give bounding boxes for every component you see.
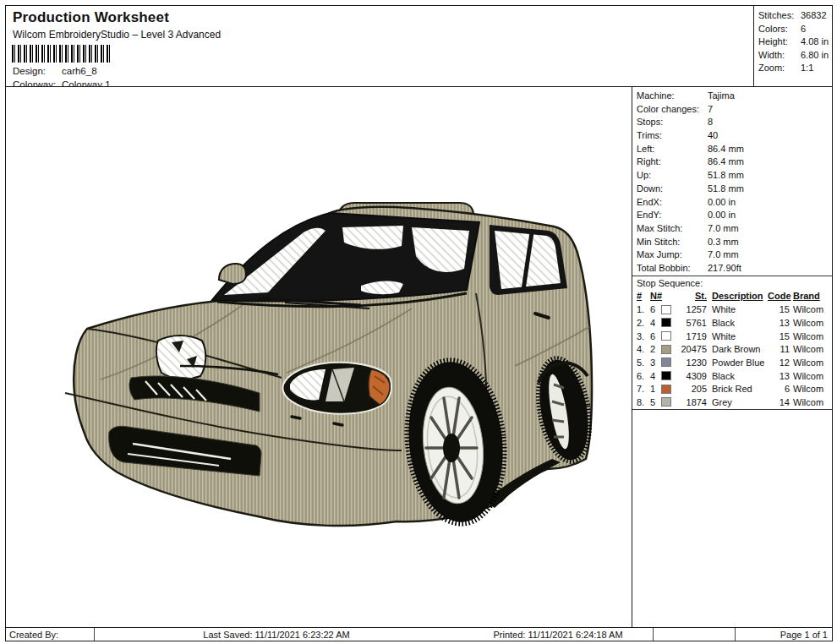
info-value: 51.8 mm (708, 170, 744, 180)
col-needle: N# (650, 291, 661, 301)
thread-color-swatch (661, 305, 671, 314)
info-value: 8 (708, 117, 713, 127)
info-label: Max Jump: (637, 248, 708, 262)
seq-description: White (712, 304, 768, 314)
stop-sequence-row: 8.51874Grey14Wilcom (632, 396, 832, 409)
stop-sequence-row: 5.31230Powder Blue12Wilcom (632, 356, 832, 369)
header-box: Production Worksheet Wilcom EmbroiderySt… (5, 5, 833, 88)
seq-needle: 1 (650, 384, 661, 394)
seq-description: Dark Brown (712, 344, 768, 354)
info-value: 86.4 mm (708, 144, 744, 154)
stop-sequence-title: Stop Sequence: (632, 276, 832, 290)
summary-stats-box: Stitches:36832 Colors:6 Height:4.08 in W… (753, 5, 833, 88)
info-value: 40 (708, 130, 718, 140)
info-label: Max Stitch: (637, 222, 708, 236)
seq-code: 14 (768, 397, 790, 407)
seq-stitches: 20475 (675, 344, 707, 354)
seq-brand: Wilcom (793, 318, 828, 328)
info-row: Color changes:7 (632, 103, 832, 117)
car-artwork-svg (6, 87, 632, 627)
last-saved-timestamp: Last Saved: 11/11/2021 6:23:22 AM (203, 629, 349, 641)
info-row: EndY:0.00 in (632, 209, 832, 222)
col-description: Description (712, 291, 768, 301)
info-label: Down: (637, 183, 708, 196)
seq-brand: Wilcom (793, 304, 828, 314)
info-value: Tajima (708, 90, 735, 101)
seq-code: 15 (768, 304, 790, 314)
seq-brand: Wilcom (793, 384, 828, 394)
seq-description: Grey (712, 397, 768, 407)
thread-color-swatch (661, 345, 671, 354)
info-row: Min Stitch:0.3 mm (632, 236, 832, 249)
seq-code: 6 (768, 384, 790, 394)
seq-code: 13 (768, 318, 790, 328)
seq-num: 4. (637, 344, 650, 354)
app-subtitle: Wilcom EmbroideryStudio – Level 3 Advanc… (13, 29, 221, 41)
design-value: carh6_8 (62, 66, 97, 76)
stat-value: 1:1 (801, 63, 813, 73)
footer-divider (653, 628, 654, 641)
info-value: 217.90ft (708, 263, 741, 273)
seq-brand: Wilcom (793, 371, 828, 381)
thread-color-swatch (661, 331, 671, 341)
info-value: 0.00 in (708, 197, 736, 207)
seq-num: 8. (637, 397, 650, 407)
printed-timestamp: Printed: 11/11/2021 6:24:18 AM (493, 629, 622, 641)
page-number: Page 1 of 1 (780, 629, 828, 641)
col-num: # (637, 291, 650, 301)
info-label: Stops: (637, 116, 708, 129)
col-brand: Brand (793, 291, 828, 301)
stat-row: Height:4.08 in (754, 35, 832, 49)
seq-description: Black (712, 318, 768, 328)
info-value: 7 (708, 104, 713, 114)
seq-stitches: 1874 (675, 397, 707, 407)
stat-label: Height: (758, 35, 801, 49)
info-label: EndX: (637, 196, 708, 210)
stop-sequence-row: 1.61257White15Wilcom (632, 303, 832, 316)
seq-stitches: 4309 (675, 371, 707, 381)
seq-stitches: 1719 (675, 331, 707, 341)
seq-num: 6. (637, 371, 650, 381)
seq-code: 15 (768, 331, 790, 341)
info-label: Right: (637, 156, 708, 169)
info-label: Machine: (637, 90, 708, 103)
page-title: Production Worksheet (13, 9, 169, 26)
production-worksheet-page: Production Worksheet Wilcom EmbroiderySt… (0, 0, 837, 644)
embroidered-car-image (6, 87, 632, 627)
seq-description: Black (712, 371, 768, 381)
info-label: Left: (637, 143, 708, 156)
info-row: EndX:0.00 in (632, 196, 832, 210)
info-label: EndY: (637, 209, 708, 222)
stat-label: Zoom: (758, 62, 801, 75)
stop-sequence-row: 4.220475Dark Brown11Wilcom (632, 342, 832, 356)
seq-needle: 6 (650, 304, 661, 314)
seq-brand: Wilcom (793, 331, 828, 341)
stop-sequence-row: 6.44309Black13Wilcom (632, 369, 832, 383)
machine-info-panel: Machine:Tajima Color changes:7 Stops:8 T… (632, 86, 833, 628)
footer-divider (735, 628, 736, 641)
seq-stitches: 1230 (675, 357, 707, 368)
stat-value: 6 (801, 24, 806, 34)
machine-info-list: Machine:Tajima Color changes:7 Stops:8 T… (632, 87, 832, 276)
info-label: Up: (637, 169, 708, 183)
info-value: 7.0 mm (708, 223, 739, 233)
seq-num: 5. (637, 357, 650, 368)
seq-needle: 6 (650, 331, 661, 341)
seq-needle: 3 (650, 357, 661, 368)
info-row: Down:51.8 mm (632, 183, 832, 196)
seq-code: 13 (768, 371, 790, 381)
seq-stitches: 1257 (675, 304, 707, 314)
seq-brand: Wilcom (793, 397, 828, 407)
stat-row: Stitches:36832 (754, 9, 832, 23)
seq-needle: 4 (650, 318, 661, 328)
stop-sequence-header: # N# St. Description Code Brand (632, 290, 832, 303)
thread-color-swatch (661, 318, 671, 327)
seq-stitches: 5761 (675, 318, 707, 328)
info-row: Up:51.8 mm (632, 169, 832, 183)
seq-num: 2. (637, 318, 650, 328)
barcode-icon (12, 45, 111, 63)
stat-value: 6.80 in (801, 50, 829, 60)
info-row: Machine:Tajima (632, 90, 832, 103)
stat-label: Width: (758, 49, 801, 63)
stop-sequence-row: 3.61719White15Wilcom (632, 330, 832, 343)
